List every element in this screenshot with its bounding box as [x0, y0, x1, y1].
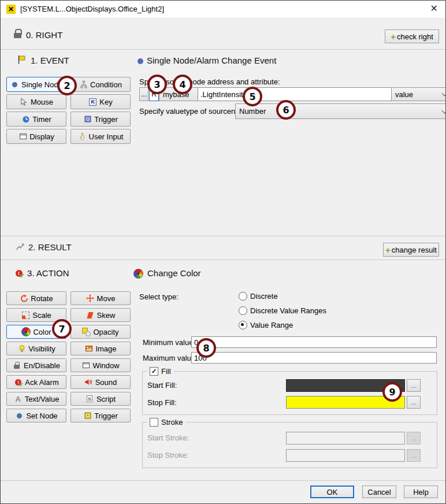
- scale-icon: [21, 311, 30, 320]
- event-button-timer[interactable]: Timer: [6, 112, 66, 127]
- action-button-text-value[interactable]: A Text/Value: [6, 392, 66, 406]
- annotation-circle-7: 7: [52, 319, 72, 339]
- mouse-icon: [20, 98, 28, 106]
- stroke-checkbox[interactable]: [150, 418, 158, 427]
- maximum-value-input[interactable]: 100: [191, 352, 437, 364]
- window-title: [SYSTEM.L...ObjectDisplays.Office_Light2…: [20, 5, 164, 13]
- minimum-value-label: Minimum value:: [143, 338, 195, 347]
- change-result-button[interactable]: + change result: [383, 243, 439, 257]
- action-button-set-node[interactable]: Set Node: [6, 409, 66, 423]
- start-fill-browse-button[interactable]: ...: [407, 379, 421, 392]
- annotation-circle-4: 4: [173, 75, 192, 94]
- stroke-label: Stroke: [161, 418, 183, 427]
- separator: [1, 236, 445, 236]
- action-button-image[interactable]: Image: [70, 342, 131, 355]
- check-right-button[interactable]: + check right: [385, 29, 439, 43]
- action-subtitle: Change Color: [147, 268, 201, 278]
- section-event-title: 1. EVENT: [31, 55, 69, 65]
- annotation-circle-2: 2: [57, 76, 77, 95]
- action-button-opacity[interactable]: Opacity: [70, 325, 131, 339]
- separator: [1, 49, 445, 50]
- timer-icon: [21, 115, 30, 124]
- event-subtitle: Single Node/Alarm Change Event: [147, 55, 276, 65]
- svg-text:S: S: [88, 396, 92, 402]
- action-alarm-icon: ! ✓: [14, 268, 24, 278]
- cancel-button[interactable]: Cancel: [362, 486, 396, 498]
- text-value-icon: A: [14, 395, 23, 403]
- event-button-trigger[interactable]: Trigger: [70, 112, 131, 127]
- event-button-key[interactable]: K Key: [70, 94, 131, 109]
- opacity-icon: [82, 328, 91, 336]
- result-chart-icon: [16, 242, 25, 251]
- event-button-display[interactable]: Display: [6, 129, 66, 144]
- start-stroke-browse-button: ...: [407, 432, 421, 444]
- action-button-rotate[interactable]: Rotate: [6, 291, 66, 305]
- radio-discrete[interactable]: [239, 292, 247, 301]
- minimum-value-input[interactable]: 0: [191, 336, 437, 348]
- radio-discrete-label: Discrete: [250, 292, 278, 301]
- fill-checkbox[interactable]: ✓: [150, 367, 158, 376]
- trigger-action-icon: [83, 412, 92, 420]
- help-button[interactable]: Help: [404, 486, 438, 498]
- single-node-icon: [10, 80, 19, 89]
- window-icon: [81, 361, 90, 370]
- stop-stroke-swatch: [286, 449, 405, 462]
- sourcenode-address-input[interactable]: .LightIntensity: [198, 87, 395, 101]
- start-stroke-label: Start Stroke:: [147, 433, 189, 442]
- visibility-icon: [17, 344, 26, 353]
- image-icon: [84, 344, 93, 353]
- annotation-circle-9: 9: [382, 382, 402, 402]
- stop-stroke-label: Stop Stroke:: [147, 451, 189, 459]
- action-button-skew[interactable]: Skew: [70, 308, 131, 322]
- endisable-lock-icon: [13, 361, 21, 370]
- close-icon[interactable]: ✕: [430, 3, 438, 14]
- attribute-dropdown[interactable]: value: [391, 87, 446, 101]
- title-bar: ✕ [SYSTEM.L...ObjectDisplays.Office_Ligh…: [1, 1, 445, 18]
- plus-icon: +: [385, 245, 391, 255]
- action-button-move[interactable]: Move: [70, 291, 131, 305]
- radio-discrete-value-ranges[interactable]: [239, 306, 247, 315]
- start-stroke-swatch: [286, 432, 405, 444]
- section-action-title: 3. ACTION: [27, 268, 69, 278]
- event-button-mouse[interactable]: Mouse: [6, 94, 66, 109]
- event-button-user-input[interactable]: User Input: [70, 129, 131, 144]
- action-button-sound[interactable]: Sound: [70, 375, 131, 389]
- trigger-icon: [83, 115, 92, 124]
- browse-node-button[interactable]: ...: [139, 87, 148, 101]
- chevron-down-icon: [442, 91, 446, 97]
- ok-button[interactable]: OK: [310, 486, 354, 498]
- plus-icon: +: [391, 32, 396, 42]
- key-icon: K: [88, 98, 97, 106]
- radio-value-range[interactable]: [239, 321, 247, 329]
- stop-fill-label: Stop Fill:: [147, 398, 177, 407]
- annotation-circle-6: 6: [276, 100, 296, 120]
- action-button-grid: Rotate Move Scale Skew Color: [6, 291, 131, 423]
- set-node-icon: [15, 412, 24, 420]
- condition-icon: [79, 80, 88, 89]
- section-right-title: 0. RIGHT: [26, 30, 62, 40]
- select-type-label: Select type:: [139, 292, 179, 301]
- event-button-condition[interactable]: Condition: [70, 77, 131, 92]
- color-wheel-icon: [133, 269, 143, 279]
- color-wheel-icon: [21, 327, 31, 336]
- app-icon: ✕: [6, 5, 16, 14]
- rotate-icon: [20, 294, 28, 303]
- action-button-endisable[interactable]: En/Disable: [6, 358, 66, 372]
- annotation-circle-5: 5: [243, 87, 262, 106]
- separator: [1, 260, 445, 260]
- radio-value-range-label: Value Range: [250, 321, 293, 329]
- move-icon: [86, 294, 95, 303]
- maximum-value-label: Maximum value:: [143, 354, 198, 362]
- section-result-title: 2. RESULT: [28, 242, 72, 252]
- lock-icon: [13, 29, 23, 39]
- action-button-ack-alarm[interactable]: ! ✓ Ack Alarm: [6, 375, 66, 389]
- action-button-trigger[interactable]: Trigger: [70, 409, 131, 423]
- action-button-visibility[interactable]: Visibility: [6, 342, 66, 355]
- valuetype-dropdown[interactable]: Number: [235, 103, 446, 119]
- stop-fill-browse-button[interactable]: ...: [407, 396, 421, 409]
- annotation-circle-3: 3: [147, 75, 167, 94]
- action-button-window[interactable]: Window: [70, 358, 131, 372]
- dialog-window: ✕ [SYSTEM.L...ObjectDisplays.Office_Ligh…: [0, 0, 446, 504]
- action-button-script[interactable]: S Script: [70, 392, 131, 406]
- chevron-down-icon: [442, 108, 446, 113]
